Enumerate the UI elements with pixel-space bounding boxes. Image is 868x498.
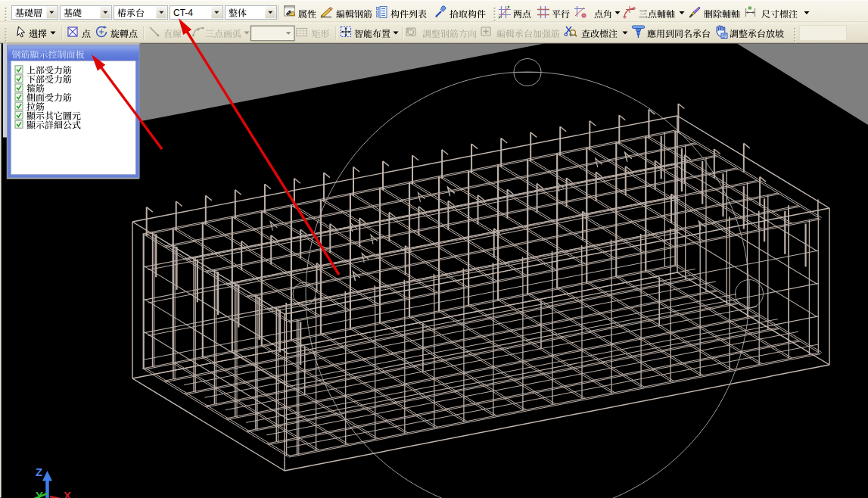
- svg-text:Z: Z: [36, 465, 42, 478]
- svg-text:Y: Y: [36, 489, 43, 498]
- svg-text:X: X: [64, 489, 71, 498]
- svg-text:CT-4: CT-4: [173, 8, 193, 18]
